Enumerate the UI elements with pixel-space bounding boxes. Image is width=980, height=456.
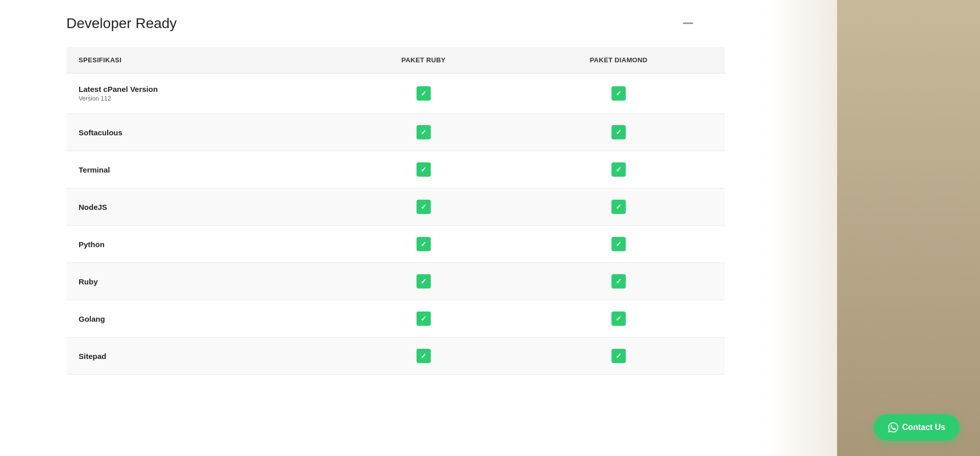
contact-us-label: Contact Us bbox=[902, 423, 945, 432]
spec-cell: Golang bbox=[66, 300, 335, 338]
check-icon bbox=[611, 274, 626, 289]
ruby-check-cell bbox=[335, 226, 512, 263]
check-icon bbox=[611, 200, 626, 214]
feature-subtitle: Version 112 bbox=[79, 95, 323, 102]
spec-cell: Latest cPanel VersionVersion 112 bbox=[66, 74, 335, 114]
minimize-button[interactable] bbox=[683, 22, 693, 24]
feature-name: Python bbox=[79, 240, 323, 249]
diamond-check-cell bbox=[512, 151, 725, 188]
header-spec: SPESIFIKASI bbox=[66, 47, 335, 74]
spec-cell: Sitepad bbox=[66, 338, 335, 375]
check-icon bbox=[416, 162, 431, 177]
check-icon bbox=[611, 349, 626, 363]
main-content: Developer Ready SPESIFIKASI PAKET RUBY P… bbox=[0, 0, 745, 395]
spec-cell: Terminal bbox=[66, 151, 335, 188]
header-ruby: PAKET RUBY bbox=[335, 47, 512, 74]
check-icon bbox=[611, 125, 626, 139]
whatsapp-icon bbox=[888, 422, 898, 433]
spec-cell: Ruby bbox=[66, 263, 335, 300]
check-icon bbox=[611, 162, 626, 177]
table-row: Softaculous bbox=[66, 114, 725, 151]
comparison-table: SPESIFIKASI PAKET RUBY PAKET DIAMOND Lat… bbox=[66, 47, 725, 375]
feature-name: Latest cPanel Version bbox=[79, 85, 323, 93]
feature-name: NodeJS bbox=[79, 203, 323, 211]
feature-name: Golang bbox=[79, 315, 323, 323]
ruby-check-cell bbox=[335, 74, 512, 114]
diamond-check-cell bbox=[512, 114, 725, 151]
contact-us-button[interactable]: Contact Us bbox=[874, 414, 960, 441]
feature-name: Terminal bbox=[79, 165, 323, 174]
ruby-check-cell bbox=[335, 338, 512, 375]
check-icon bbox=[611, 86, 626, 101]
table-row: Python bbox=[66, 226, 725, 263]
header-diamond: PAKET DIAMOND bbox=[512, 47, 725, 74]
table-row: NodeJS bbox=[66, 188, 725, 226]
table-row: Golang bbox=[66, 300, 725, 338]
side-accent bbox=[837, 0, 980, 456]
diamond-check-cell bbox=[512, 300, 725, 338]
ruby-check-cell bbox=[335, 151, 512, 188]
check-icon bbox=[416, 311, 431, 326]
diamond-check-cell bbox=[512, 226, 725, 263]
table-header-row: SPESIFIKASI PAKET RUBY PAKET DIAMOND bbox=[66, 47, 725, 74]
ruby-check-cell bbox=[335, 188, 512, 226]
diamond-check-cell bbox=[512, 263, 725, 300]
diamond-check-cell bbox=[512, 188, 725, 226]
table-row: Ruby bbox=[66, 263, 725, 300]
table-row: Sitepad bbox=[66, 338, 725, 375]
check-icon bbox=[416, 237, 431, 251]
diamond-check-cell bbox=[512, 338, 725, 375]
table-row: Terminal bbox=[66, 151, 725, 188]
feature-name: Ruby bbox=[79, 277, 323, 286]
ruby-check-cell bbox=[335, 300, 512, 338]
check-icon bbox=[611, 237, 626, 251]
spec-cell: Python bbox=[66, 226, 335, 263]
ruby-check-cell bbox=[335, 114, 512, 151]
check-icon bbox=[611, 311, 626, 326]
check-icon bbox=[416, 200, 431, 214]
feature-name: Softaculous bbox=[79, 128, 323, 137]
spec-cell: NodeJS bbox=[66, 188, 335, 226]
page-title: Developer Ready bbox=[66, 15, 725, 32]
check-icon bbox=[416, 86, 431, 101]
feature-name: Sitepad bbox=[79, 352, 323, 361]
check-icon bbox=[416, 349, 431, 363]
ruby-check-cell bbox=[335, 263, 512, 300]
diamond-check-cell bbox=[512, 74, 725, 114]
spec-cell: Softaculous bbox=[66, 114, 335, 151]
check-icon bbox=[416, 274, 431, 289]
table-row: Latest cPanel VersionVersion 112 bbox=[66, 74, 725, 114]
check-icon bbox=[416, 125, 431, 139]
